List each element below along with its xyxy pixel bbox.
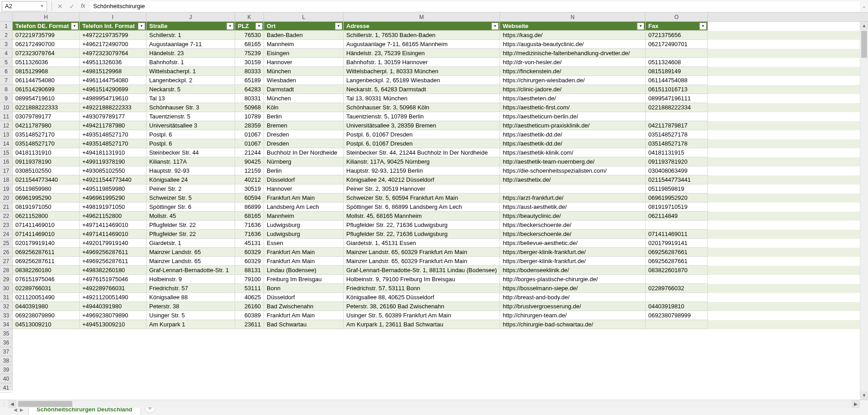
cell[interactable]: Tal 13, 80331 München xyxy=(344,94,500,103)
horizontal-scrollbar[interactable]: ⋮ ◀ ▶ xyxy=(0,400,860,408)
cell[interactable]: Friedrichstr. 57 xyxy=(146,284,235,293)
row-header[interactable]: 12 xyxy=(0,121,12,130)
cell[interactable]: +4969256287611 xyxy=(80,248,146,257)
cell[interactable]: Frankfurt Am Main xyxy=(264,311,344,320)
cell[interactable]: 076151975046 xyxy=(13,275,80,284)
cell[interactable]: 71636 xyxy=(235,221,264,230)
cell[interactable]: 0815189149 xyxy=(646,67,708,76)
cell[interactable]: https://kasg.de/ xyxy=(500,31,646,40)
cell[interactable]: 062114849 xyxy=(646,212,708,221)
cell[interactable]: Königsallee 24, 40212 Düsseldorf xyxy=(344,175,500,184)
cell[interactable]: 28359 xyxy=(235,121,264,130)
cell[interactable]: 23611 xyxy=(235,320,264,329)
row-header[interactable]: 6 xyxy=(0,67,12,76)
scroll-down-icon[interactable]: ▼ xyxy=(860,391,868,400)
cell[interactable]: Schönhauser Str. 3, 50968 Köln xyxy=(344,103,500,112)
cell[interactable]: 062172490701 xyxy=(646,40,708,49)
filter-dropdown-icon[interactable]: ▼ xyxy=(255,23,263,30)
fx-label[interactable]: fx xyxy=(81,3,85,10)
hscroll-track[interactable] xyxy=(16,400,852,408)
cell[interactable] xyxy=(646,112,708,121)
cell[interactable]: Pflugfelder Str. 22, 71636 Ludwigsburg xyxy=(344,221,500,230)
cell[interactable]: Pflugfelder Str. 22 xyxy=(146,221,235,230)
cell[interactable]: 86899 xyxy=(235,203,264,212)
row-header[interactable]: 41 xyxy=(0,383,12,392)
cell[interactable]: http://dr-von-hesler.de/ xyxy=(500,58,646,67)
cell[interactable]: Wittelsbacherpl. 1 xyxy=(146,67,235,76)
cell[interactable]: 042117879817 xyxy=(646,121,708,130)
cell[interactable] xyxy=(646,49,708,58)
cell[interactable]: 30159 xyxy=(235,58,264,67)
row-header[interactable]: 21 xyxy=(0,203,12,212)
cell[interactable]: Mainzer Landstr. 65, 60329 Frankfurt Am … xyxy=(344,257,500,266)
hscroll-grip-icon[interactable]: ⋮ xyxy=(0,401,8,406)
cell[interactable]: +4935148527170 xyxy=(80,139,146,148)
cell[interactable]: Bahnhofstr. 1, 30159 Hannover xyxy=(344,58,500,67)
formula-input[interactable] xyxy=(90,1,860,11)
cell[interactable]: Friedrichstr. 57, 53111 Bonn xyxy=(344,284,500,293)
table-header-cell[interactable]: Fax▼ xyxy=(646,22,708,31)
filter-dropdown-icon[interactable]: ▼ xyxy=(699,23,707,30)
cell[interactable]: https://bosselmann-siepe.de/ xyxy=(500,284,646,293)
cell[interactable]: https://aesthetic-first.com/ xyxy=(500,103,646,112)
row-header[interactable]: 8 xyxy=(0,85,12,94)
cell[interactable]: 80331 xyxy=(235,94,264,103)
cell[interactable]: Graf-Lennart-Bernadotte-Str. 1 xyxy=(146,266,235,275)
cell[interactable]: 0692380798999 xyxy=(646,311,708,320)
cell[interactable]: +4962172490700 xyxy=(80,40,146,49)
cell[interactable]: Schillerstr. 1, 76530 Baden-Baden xyxy=(344,31,500,40)
cell[interactable]: Königsallee 88, 40625 Düsseldorf xyxy=(344,293,500,302)
cell[interactable]: https://beautyclinic.de/ xyxy=(500,212,646,221)
cell[interactable]: Peiner Str. 2 xyxy=(146,184,235,193)
scroll-right-icon[interactable]: ▶ xyxy=(852,400,860,408)
cell[interactable]: 21244 xyxy=(235,148,264,157)
cell[interactable]: https://bodenseeklinik.de/ xyxy=(500,266,646,275)
cell[interactable]: 021120051490 xyxy=(13,293,80,302)
cell[interactable]: Händelstr. 23 xyxy=(146,49,235,58)
cell[interactable]: 60329 xyxy=(235,257,264,266)
column-header-O[interactable]: O xyxy=(646,13,708,21)
cell[interactable]: 02289766032 xyxy=(646,284,708,293)
table-header-cell[interactable]: Telefon DE. Format▼ xyxy=(13,22,80,31)
cell[interactable]: 071411469010 xyxy=(13,230,80,239)
cell[interactable]: +4969238079890 xyxy=(80,311,146,320)
cell[interactable]: +496961995290 xyxy=(80,193,146,203)
row-header[interactable]: 32 xyxy=(0,302,12,311)
cell[interactable]: 04181131915 xyxy=(646,148,708,157)
column-header-H[interactable]: H xyxy=(13,13,80,21)
cell[interactable]: Universitätsallee 3, 28359 Bremen xyxy=(344,121,500,130)
cell[interactable]: Pflugfelder Str. 22 xyxy=(146,230,235,239)
cell[interactable]: 072219735799 xyxy=(13,31,80,40)
cell[interactable]: Holbeinstr. 9, 79100 Freiburg Im Breisga… xyxy=(344,275,500,284)
cell[interactable]: Frankfurt Am Main xyxy=(264,248,344,257)
filter-dropdown-icon[interactable]: ▼ xyxy=(138,23,145,30)
cell[interactable]: Augustaanlage 7-11 xyxy=(146,40,235,49)
cell[interactable]: Ludwigsburg xyxy=(264,230,344,239)
cell[interactable]: 88131 xyxy=(235,266,264,275)
cell[interactable]: 0440391980 xyxy=(13,302,80,311)
cell[interactable]: Mainzer Landstr. 65, 60329 Frankfurt Am … xyxy=(344,248,500,257)
cell[interactable]: 64283 xyxy=(235,85,264,94)
cell[interactable]: https://aust-aesthetik.de/ xyxy=(500,203,646,212)
cell[interactable]: 08382260180 xyxy=(13,266,80,275)
row-header[interactable]: 27 xyxy=(0,257,12,266)
cell[interactable]: Dresden xyxy=(264,130,344,139)
cell[interactable]: 069619952920 xyxy=(646,193,708,203)
cell[interactable]: Langenbeckpl. 2, 65189 Wiesbaden xyxy=(344,76,500,85)
cell[interactable]: Augustaanlage 7-11, 68165 Mannheim xyxy=(344,40,500,49)
cell[interactable]: +4961144754080 xyxy=(80,76,146,85)
table-header-cell[interactable]: Straße▼ xyxy=(146,22,235,31)
cell[interactable]: +49211544773440 xyxy=(80,175,146,184)
cell[interactable]: 75239 xyxy=(235,49,264,58)
row-header[interactable]: 23 xyxy=(0,221,12,230)
cell[interactable]: Bonn xyxy=(264,284,344,293)
cell[interactable] xyxy=(646,293,708,302)
column-header-L[interactable]: L xyxy=(264,13,344,21)
cell[interactable]: https://aestheten.de/ xyxy=(500,94,646,103)
row-header[interactable]: 24 xyxy=(0,230,12,239)
cell[interactable]: https://aesthetik-dd.de/ xyxy=(500,130,646,139)
cell[interactable]: +493079789177 xyxy=(80,112,146,121)
table-header-cell[interactable]: Ort▼ xyxy=(264,22,344,31)
cell[interactable]: 40625 xyxy=(235,293,264,302)
cell[interactable]: 069238079890 xyxy=(13,311,80,320)
